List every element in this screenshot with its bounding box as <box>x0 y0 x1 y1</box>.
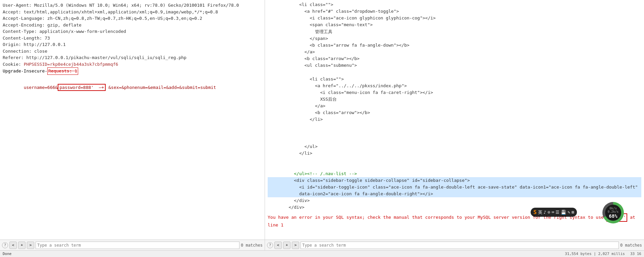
right-panel: <li class=""> <a href="#" class="dropdow… <box>265 0 644 230</box>
cookie-value: PHPSESSID=rkp0e4cejb44a3sk7cbfpmmqf6 <box>24 62 118 67</box>
header-line-2: Accept: text/html,application/xhtml+xml,… <box>3 9 262 15</box>
code-line-1: <li class=""> <box>268 1 641 8</box>
code-line-23: data-icon2="ace-icon fa fa-angle-double-… <box>268 191 641 197</box>
code-line-12: <a href="../../../pkxss/index.php"> <box>268 83 641 89</box>
toolbar-keyboard[interactable]: ⌨ <box>552 210 554 215</box>
upgrade-strike: Requests: 1 <box>47 67 78 75</box>
post-rest: &sex=&phonenum=&email=&add=&submit=submi… <box>106 85 216 90</box>
error-section: You have an error in your SQL syntax; ch… <box>268 213 641 228</box>
header-line-1: User-Agent: Mozilla/5.0 (Windows NT 10.0… <box>3 2 262 9</box>
header-line-8: Connection: close <box>3 48 262 55</box>
code-line-3: <i class="ace-icon glyphicon glyphicon-c… <box>268 15 641 21</box>
right-next-up-button[interactable]: + <box>283 242 290 249</box>
speed-circle: 0k/s 0.2k/s 68% <box>602 202 624 223</box>
bottom-bars: ? < + > 0 matches ? < + > 0 matches <box>0 240 644 250</box>
status-done: Done <box>3 252 12 256</box>
left-next-up-button[interactable]: + <box>18 242 25 249</box>
left-search-bar: ? < + > 0 matches <box>0 240 265 250</box>
left-search-input[interactable] <box>36 242 239 249</box>
speed-up: 0k/s <box>609 207 617 210</box>
main-container: User-Agent: Mozilla/5.0 (Windows NT 10.0… <box>0 0 644 257</box>
code-line-blank-3 <box>268 130 641 137</box>
bytes-label: 33 16 <box>630 252 641 256</box>
right-matches-count: 0 matches <box>620 243 642 248</box>
error-text: You have an error in your SQL syntax; ch… <box>268 215 638 227</box>
left-next-button[interactable]: > <box>27 242 34 249</box>
toolbar-s[interactable]: S <box>533 209 537 215</box>
code-line-25: </div> <box>268 204 641 211</box>
left-matches-count: 0 matches <box>241 243 263 248</box>
post-data-line: username=666&password=888' –+ &sex=&phon… <box>3 78 262 98</box>
code-line-24: </div> <box>268 197 641 204</box>
toolbar-save[interactable]: 💾 <box>561 210 566 215</box>
upgrade-line: Upgrade-Insecure-Requests: 1 <box>3 67 262 75</box>
code-line-22: <i id="sidebar-toggle-icon" class="ace-i… <box>268 184 641 191</box>
toolbar-menu1[interactable]: ☰ <box>555 210 559 215</box>
status-right: 31,554 bytes | 2,027 millis 33 16 <box>565 252 641 256</box>
code-line-13: <i class="menu-icon fa fa-caret-right"><… <box>268 89 641 96</box>
header-line-7: Origin: http://127.0.0.1 <box>3 41 262 48</box>
header-line-3: Accept-Language: zh-CN,zh;q=0.8,zh-TW;q=… <box>3 15 262 22</box>
right-search-input[interactable] <box>301 242 619 249</box>
code-line-2: <a href="#" class="dropdown-toggle"> <box>268 8 641 15</box>
header-line-cookie: Cookie: PHPSESSID=rkp0e4cejb44a3sk7cbfpm… <box>3 61 262 68</box>
toolbar-note[interactable]: ♪ <box>544 210 546 215</box>
code-line-blank-5 <box>268 157 641 163</box>
toolbar-edit[interactable]: ✎ <box>568 210 570 215</box>
code-line-17: </li> <box>268 116 641 123</box>
right-help-button[interactable]: ? <box>267 242 273 248</box>
code-line-blank-1 <box>268 69 641 75</box>
code-line-4: <span class="menu-text"> <box>268 21 641 28</box>
header-line-9: Referer: http://127.0.0.1/pikachu-master… <box>3 54 262 61</box>
code-line-15: </a> <box>268 103 641 109</box>
toolbar-circle[interactable]: ⊙ <box>548 210 550 215</box>
code-line-7: <b class="arrow fa fa-angle-down"></b> <box>268 42 641 49</box>
header-line-5: Content-Type: application/x-www-form-url… <box>3 28 262 35</box>
code-line-blank-6 <box>268 163 641 170</box>
right-prev-button[interactable]: < <box>274 242 282 249</box>
toolbar-en[interactable]: 英 <box>538 209 542 215</box>
code-line-6: </span> <box>268 35 641 42</box>
code-line-18: </ul> <box>268 143 641 150</box>
toolbar-grid[interactable]: ⊞ <box>572 210 574 215</box>
code-line-8: </a> <box>268 49 641 55</box>
left-panel: User-Agent: Mozilla/5.0 (Windows NT 10.0… <box>0 0 265 240</box>
code-line-blank-2 <box>268 123 641 130</box>
speed-down: 0.2k/s <box>608 210 619 213</box>
code-line-21: <div class="sidebar-toggle sidebar-colla… <box>268 177 641 184</box>
right-panel-wrapper: <li class=""> <a href="#" class="dropdow… <box>265 0 644 240</box>
code-line-5: 管理工具 <box>268 29 641 35</box>
upgrade-label: Upgrade-Insecure- <box>3 68 47 74</box>
post-username: username=666& <box>24 85 58 90</box>
code-line-16: <b class="arrow"></b> <box>268 109 641 116</box>
speed-percent: 68% <box>609 213 617 219</box>
sogou-toolbar: S 英 ♪ ⊙ ⌨ ☰ 💾 ✎ ⊞ <box>531 208 577 217</box>
code-line-blank-4 <box>268 137 641 143</box>
code-line-11: <li class=""> <box>268 76 641 83</box>
post-password-highlight: password=888' –+ <box>58 84 106 91</box>
code-line-19: </li> <box>268 150 641 157</box>
code-line-10: <ul class="submenu"> <box>268 62 641 69</box>
code-line-9: <b class="arrow"></b> <box>268 55 641 62</box>
speed-widget: 0k/s 0.2k/s 68% <box>602 202 624 223</box>
code-line-20: </ul><!-- /.nav-list --> <box>268 170 641 177</box>
status-bar: Done 31,554 bytes | 2,027 millis 33 16 <box>0 250 644 257</box>
panels-row: User-Agent: Mozilla/5.0 (Windows NT 10.0… <box>0 0 644 240</box>
file-size: 31,554 bytes | 2,027 millis <box>565 252 625 256</box>
speed-inner: 0k/s 0.2k/s 68% <box>605 205 621 221</box>
header-line-4: Accept-Encoding: gzip, deflate <box>3 22 262 29</box>
code-line-14: XSS后台 <box>268 96 641 103</box>
right-search-bar: ? < + > 0 matches <box>265 240 644 250</box>
left-help-button[interactable]: ? <box>2 242 8 248</box>
right-next-button[interactable]: > <box>292 242 299 249</box>
status-left: Done <box>3 252 12 256</box>
header-line-6: Content-Length: 73 <box>3 35 262 42</box>
left-prev-button[interactable]: < <box>9 242 17 249</box>
